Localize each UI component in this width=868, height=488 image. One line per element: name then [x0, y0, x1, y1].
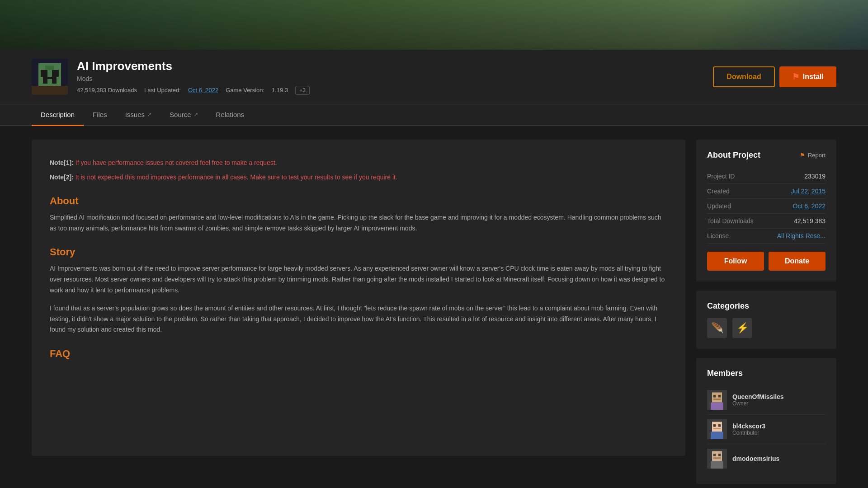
project-id-value: 233019 — [804, 173, 826, 180]
svg-rect-26 — [711, 461, 723, 469]
version-plus-badge: +3 — [295, 86, 310, 95]
nav-tabs: Description Files Issues ↗ Source ↗ Rela… — [0, 104, 868, 126]
created-row: Created Jul 22, 2015 — [707, 184, 826, 199]
updated-label: Updated — [707, 202, 731, 210]
description-area: Note[1]: If you have performance issues … — [32, 140, 685, 456]
project-id-row: Project ID 233019 — [707, 169, 826, 184]
svg-rect-17 — [713, 424, 716, 427]
project-title: AI Improvements — [77, 59, 310, 73]
note2-label: Note[2]: — [50, 174, 74, 181]
project-header: AI Improvements Mods 42,519,383 Download… — [0, 50, 868, 104]
svg-rect-20 — [711, 432, 723, 440]
license-label: License — [707, 232, 729, 239]
members-title: Members — [707, 369, 826, 378]
sidebar: About Project Report Project ID 233019 C… — [696, 140, 836, 488]
member-info-bl4ck: bl4ckscor3 Contributor — [732, 422, 765, 436]
svg-rect-2 — [41, 70, 47, 77]
svg-rect-7 — [45, 66, 54, 70]
total-downloads-label: Total Downloads — [707, 217, 754, 225]
created-label: Created — [707, 188, 730, 195]
donate-button[interactable]: Donate — [769, 252, 826, 271]
tab-source[interactable]: Source ↗ — [160, 104, 207, 126]
last-updated-date: Oct 6, 2022 — [188, 87, 218, 94]
main-content: Note[1]: If you have performance issues … — [0, 126, 868, 488]
about-card-header: About Project Report — [707, 150, 826, 160]
svg-rect-4 — [43, 77, 57, 79]
license-row: License All Rights Rese... — [707, 229, 826, 244]
member-avatar-bl4ck — [707, 419, 727, 439]
issues-external-icon: ↗ — [147, 112, 151, 117]
faq-title: FAQ — [50, 348, 667, 360]
created-value[interactable]: Jul 22, 2015 — [791, 188, 826, 195]
categories-card: Categories 🪶 ⚡ — [696, 291, 836, 349]
note1-text: If you have performance issues not cover… — [75, 159, 277, 166]
member-avatar-queen — [707, 390, 727, 410]
mod-icon — [32, 59, 68, 95]
member-row-queen: QueenOfMissiles Owner — [707, 385, 826, 415]
categories-title: Categories — [707, 301, 826, 311]
game-version-label: Game Version: — [226, 87, 264, 94]
svg-rect-5 — [43, 79, 47, 84]
member-role-bl4ck: Contributor — [732, 430, 765, 436]
category-icons: 🪶 ⚡ — [707, 318, 826, 338]
project-info: AI Improvements Mods 42,519,383 Download… — [77, 59, 310, 95]
member-row-dmod: dmodoemsirius — [707, 444, 826, 473]
story-body1: AI Improvements was born out of the need… — [50, 263, 667, 296]
svg-rect-25 — [713, 457, 721, 459]
story-title: Story — [50, 246, 667, 258]
note1: Note[1]: If you have performance issues … — [50, 158, 667, 168]
mod-type: Mods — [77, 75, 310, 82]
tab-issues[interactable]: Issues ↗ — [116, 104, 160, 126]
member-name-queen[interactable]: QueenOfMissiles — [732, 393, 784, 400]
member-avatar-dmod — [707, 449, 727, 469]
note2: Note[2]: It is not expected this mod imp… — [50, 172, 667, 182]
category-icon-performance[interactable]: ⚡ — [732, 318, 752, 338]
tab-files[interactable]: Files — [84, 104, 116, 126]
story-body2: I found that as a server's population gr… — [50, 303, 667, 335]
updated-value[interactable]: Oct 6, 2022 — [793, 202, 826, 210]
member-role-queen: Owner — [732, 400, 784, 407]
category-icon-optimization[interactable]: 🪶 — [707, 318, 727, 338]
sidebar-actions: Follow Donate — [707, 252, 826, 271]
project-header-left: AI Improvements Mods 42,519,383 Download… — [32, 59, 310, 95]
tab-relations[interactable]: Relations — [207, 104, 254, 126]
project-meta: 42,519,383 Downloads Last Updated: Oct 6… — [77, 86, 310, 95]
svg-rect-18 — [718, 424, 721, 427]
total-downloads-row: Total Downloads 42,519,383 — [707, 214, 826, 229]
tab-description[interactable]: Description — [32, 104, 84, 126]
note2-text: It is not expected this mod improves per… — [75, 174, 397, 181]
report-label: Report — [808, 152, 826, 159]
member-info-queen: QueenOfMissiles Owner — [732, 393, 784, 407]
updated-row: Updated Oct 6, 2022 — [707, 199, 826, 214]
svg-rect-13 — [713, 399, 721, 400]
source-external-icon: ↗ — [194, 112, 198, 117]
last-updated-label: Last Updated: — [144, 87, 181, 94]
svg-rect-19 — [713, 428, 721, 429]
svg-rect-24 — [718, 454, 721, 456]
about-card-title: About Project — [707, 150, 760, 160]
report-button[interactable]: Report — [800, 152, 826, 159]
total-downloads-value: 42,519,383 — [794, 217, 826, 225]
install-button[interactable]: Install — [779, 66, 836, 87]
svg-rect-6 — [52, 79, 57, 84]
svg-rect-3 — [52, 70, 59, 77]
svg-rect-12 — [718, 395, 721, 398]
svg-rect-11 — [713, 395, 716, 398]
about-title: About — [50, 195, 667, 207]
member-name-bl4ck[interactable]: bl4ckscor3 — [732, 422, 765, 430]
member-info-dmod: dmodoemsirius — [732, 455, 779, 462]
header-actions: Download Install — [713, 66, 836, 87]
download-button[interactable]: Download — [713, 66, 774, 87]
svg-rect-8 — [32, 86, 68, 95]
project-id-label: Project ID — [707, 173, 735, 180]
member-row-bl4ck: bl4ckscor3 Contributor — [707, 415, 826, 444]
member-name-dmod[interactable]: dmodoemsirius — [732, 455, 779, 462]
license-value[interactable]: All Rights Rese... — [777, 232, 826, 239]
follow-button[interactable]: Follow — [707, 252, 764, 271]
hero-banner — [0, 0, 868, 50]
about-project-card: About Project Report Project ID 233019 C… — [696, 140, 836, 282]
game-version: 1.19.3 — [272, 87, 288, 94]
downloads-count: 42,519,383 Downloads — [77, 87, 137, 94]
svg-rect-23 — [713, 454, 716, 456]
members-card: Members QueenOfMissiles Owner — [696, 358, 836, 484]
